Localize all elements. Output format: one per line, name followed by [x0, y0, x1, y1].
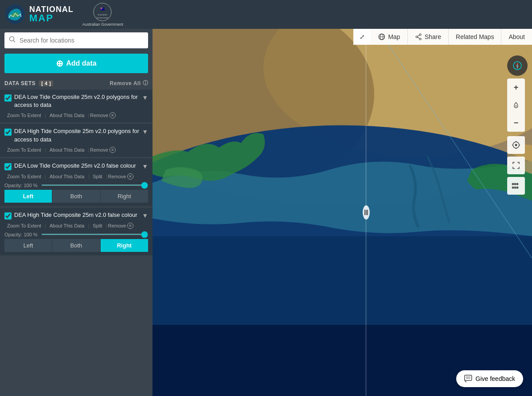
svg-text:Government: Government — [96, 16, 109, 19]
fullscreen-button[interactable] — [507, 157, 525, 174]
svg-point-31 — [515, 144, 517, 146]
location-button[interactable] — [507, 136, 525, 154]
map-topbar: ⤢ Map Share — [353, 29, 532, 45]
datasets-label-area: DATA SETS [ 4 ] — [4, 80, 53, 86]
map-svg — [153, 29, 532, 396]
zoom-to-extent-btn-3[interactable]: Zoom To Extent — [4, 173, 44, 180]
svg-point-19 — [419, 38, 421, 40]
position-left-btn-4[interactable]: Left — [4, 239, 52, 252]
compass-button[interactable] — [507, 55, 528, 76]
add-data-label: Add data — [66, 59, 96, 67]
logo-area: NATIONAL MAP 🇦🇺 Australian Government Au… — [4, 2, 123, 27]
dataset-title-1: DEA Low Tide Composite 25m v2.0 polygons… — [14, 93, 139, 109]
zoom-in-icon: + — [514, 83, 519, 92]
split-btn-3[interactable]: Split — [90, 173, 105, 180]
svg-point-37 — [514, 183, 516, 185]
about-this-data-btn-2[interactable]: About This Data — [47, 146, 87, 153]
position-both-btn-3[interactable]: Both — [52, 190, 100, 203]
dataset-title-row-3: DEA Low Tide Composite 25m v2.0 false co… — [4, 162, 148, 170]
opacity-label-3: Opacity: 100 % — [4, 183, 38, 188]
remove-all-button[interactable]: Remove All ⓘ — [110, 79, 148, 87]
remove-btn-3[interactable]: Remove ✕ — [108, 173, 134, 180]
split-btn-4[interactable]: Split — [90, 222, 105, 229]
globe-icon — [378, 33, 385, 40]
sidebar: ⊕ Add data DATA SETS [ 4 ] Remove All ⓘ … — [0, 29, 153, 396]
about-this-data-btn-1[interactable]: About This Data — [47, 112, 87, 119]
dataset-expand-icon-1[interactable]: ▼ — [142, 94, 148, 101]
expand-button[interactable]: ⤢ — [353, 29, 371, 45]
position-right-btn-3[interactable]: Right — [101, 190, 148, 203]
about-button[interactable]: About — [501, 29, 532, 45]
zoom-out-button[interactable]: − — [507, 114, 525, 132]
zoom-to-extent-btn-4[interactable]: Zoom To Extent — [4, 222, 44, 229]
remove-all-icon: ⓘ — [143, 79, 149, 87]
reset-north-button[interactable] — [507, 96, 525, 114]
map-button[interactable]: Map — [371, 29, 407, 45]
zoom-to-extent-btn-1[interactable]: Zoom To Extent — [4, 112, 44, 119]
position-right-btn-4[interactable]: Right — [101, 239, 148, 252]
dataset-checkbox-1[interactable] — [4, 94, 12, 102]
svg-point-5 — [10, 37, 14, 41]
map-label: Map — [388, 33, 400, 40]
svg-point-18 — [419, 34, 421, 35]
dataset-card-3: DEA Low Tide Composite 25m v2.0 false co… — [0, 158, 153, 206]
related-maps-button[interactable]: Related Maps — [449, 29, 501, 45]
remove-btn-2[interactable]: Remove ✕ — [90, 147, 116, 153]
position-both-btn-4[interactable]: Both — [52, 239, 100, 252]
svg-rect-24 — [366, 210, 367, 215]
share-label: Share — [425, 33, 441, 40]
feedback-button[interactable]: Give feedback — [456, 370, 524, 387]
opacity-label-4: Opacity: 100 % — [4, 232, 38, 237]
remove-all-label: Remove All — [110, 80, 141, 86]
map-area[interactable]: ⤢ Map Share — [153, 29, 532, 396]
layers-button[interactable] — [507, 177, 525, 195]
about-this-data-btn-4[interactable]: About This Data — [47, 222, 87, 229]
dataset-card-2: DEA High Tide Composite 25m v2.0 polygon… — [0, 124, 153, 157]
dataset-checkbox-4[interactable] — [4, 212, 12, 220]
svg-line-21 — [417, 35, 419, 36]
remove-label-3: Remove — [108, 174, 126, 179]
opacity-row-3: Opacity: 100 % — [4, 183, 148, 188]
opacity-slider-3[interactable] — [41, 184, 148, 186]
dataset-card-4: DEA High Tide Composite 25m v2.0 false c… — [0, 208, 153, 255]
split-handle-icon — [363, 209, 370, 216]
remove-btn-1[interactable]: Remove ✕ — [90, 112, 116, 118]
split-line[interactable] — [365, 29, 367, 396]
svg-point-38 — [512, 187, 514, 189]
layers-icon — [512, 182, 520, 189]
gov-text: Australian Government — [82, 22, 123, 27]
datasets-label: DATA SETS — [4, 80, 35, 86]
position-left-btn-3[interactable]: Left — [4, 190, 52, 203]
related-maps-label: Related Maps — [456, 33, 494, 40]
opacity-slider-4[interactable] — [41, 234, 148, 235]
dataset-expand-icon-2[interactable]: ▼ — [142, 128, 148, 135]
dataset-checkbox-2[interactable] — [4, 129, 12, 136]
dataset-title-3: DEA Low Tide Composite 25m v2.0 false co… — [14, 162, 139, 170]
about-label: About — [509, 33, 525, 40]
search-input[interactable] — [20, 37, 144, 44]
main-layout: ⊕ Add data DATA SETS [ 4 ] Remove All ⓘ … — [0, 29, 532, 396]
zoom-group: + − — [507, 78, 528, 132]
add-data-button[interactable]: ⊕ Add data — [4, 54, 148, 73]
compass-icon — [513, 61, 522, 70]
share-button[interactable]: Share — [408, 29, 449, 45]
dataset-checkbox-3[interactable] — [4, 163, 12, 170]
expand-icon: ⤢ — [360, 33, 365, 40]
svg-line-6 — [14, 41, 16, 43]
dataset-card-1: DEA Low Tide Composite 25m v2.0 polygons… — [0, 90, 153, 122]
search-bar[interactable] — [4, 32, 148, 48]
remove-circle-icon-1: ✕ — [110, 112, 116, 118]
remove-btn-4[interactable]: Remove ✕ — [108, 223, 134, 229]
dataset-expand-icon-3[interactable]: ▼ — [142, 163, 148, 170]
zoom-to-extent-btn-2[interactable]: Zoom To Extent — [4, 146, 44, 153]
feedback-label: Give feedback — [476, 375, 516, 382]
split-handle[interactable] — [363, 205, 370, 220]
remove-circle-icon-2: ✕ — [110, 147, 116, 153]
svg-rect-25 — [367, 210, 368, 215]
zoom-in-button[interactable]: + — [507, 78, 525, 96]
datasets-header: DATA SETS [ 4 ] Remove All ⓘ — [0, 77, 153, 90]
dataset-expand-icon-4[interactable]: ▼ — [142, 212, 148, 219]
gov-crest-icon: 🇦🇺 Australian Government — [93, 2, 113, 22]
feedback-icon — [464, 375, 472, 383]
about-this-data-btn-3[interactable]: About This Data — [47, 173, 87, 180]
